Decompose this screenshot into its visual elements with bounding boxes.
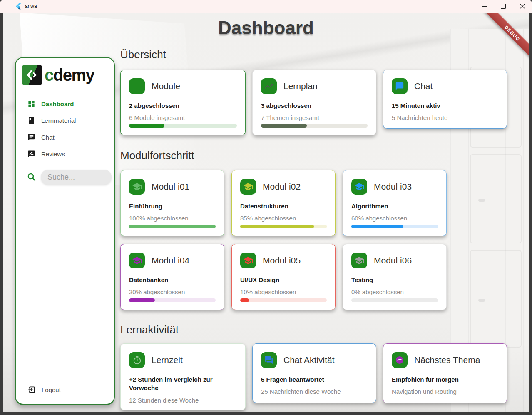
module-subtitle: Einführung [129,202,216,210]
app-content: DEBUG Dashboard cdemy [3,12,529,412]
module-card-i06[interactable]: Modul i06 Testing 0% abgeschlossen [343,244,447,310]
progress-fill [129,124,164,128]
sidebar-item-reviews[interactable]: Reviews [16,145,114,162]
module-subtitle: Datenstrukturen [240,202,327,210]
progress-track [261,124,368,128]
brand-logo: cdemy [16,58,114,85]
sidebar-item-label: Reviews [41,150,65,158]
maximize-icon [501,4,506,9]
card-title: Modul i03 [374,182,412,192]
card-stat-primary: +2 Stunden im Vergleich zur Vorwoche [129,375,237,392]
progress-fill [129,225,216,228]
progress-track [240,298,327,302]
section-heading-overview: Übersicht [120,48,166,61]
search-input[interactable] [41,170,112,185]
activity-card-chat-aktivitaet[interactable]: Chat Aktivität 5 Fragen beantwortet 25 N… [252,343,376,403]
graduation-cap-icon [240,252,256,268]
sidebar-item-dashboard[interactable]: Dashboard [16,95,114,112]
activity-cards-row: Lernzeit +2 Stunden im Vergleich zur Vor… [120,343,507,410]
module-card-i01[interactable]: Modul i01 Einführung 100% abgeschlossen [120,170,224,236]
module-card-i04[interactable]: Modul i04 Datenbanken 30% abgeschlossen [120,244,224,310]
card-title: Module [152,81,180,91]
module-subtitle: Testing [351,276,438,284]
card-stat-secondary: Navigation und Routing [392,388,498,395]
dashboard-icon [27,100,35,108]
close-icon [520,4,525,9]
close-button[interactable] [513,0,532,12]
search-icon [27,172,37,182]
card-title: Nächstes Thema [414,355,480,365]
graduation-cap-icon [351,252,367,268]
card-stat-secondary: 7 Themen insgesamt [261,114,368,121]
module-status: 60% abgeschlossen [351,215,438,222]
card-stat-secondary: 12 Stunden diese Woche [129,397,237,404]
flutter-logo-icon [15,3,22,10]
timer-icon [129,352,145,368]
chat-icon [27,133,35,141]
module-card-i05[interactable]: Modul i05 UI/UX Design 10% abgeschlossen [231,244,336,310]
progress-track [129,225,216,228]
progress-track [129,298,216,302]
card-stat-primary: 2 abgeschlossen [129,102,237,110]
next-topic-icon [392,352,408,368]
module-status: 10% abgeschlossen [240,288,327,295]
card-title: Lernzeit [152,355,183,365]
card-title: Modul i02 [263,182,301,192]
minimize-button[interactable] [475,0,494,12]
progress-track [240,225,327,228]
modules-icon [129,78,145,94]
window-title: anwa [25,3,37,9]
sidebar-item-chat[interactable]: Chat [16,129,114,145]
progress-fill [240,225,314,228]
module-card-i02[interactable]: Modul i02 Datenstrukturen 85% abgeschlos… [231,170,336,236]
forum-icon [261,352,277,368]
card-title: Chat Aktivität [283,355,335,365]
card-title: Modul i05 [263,255,301,265]
module-card-i03[interactable]: Modul i03 Algorithmen 60% abgeschlossen [343,170,447,236]
graduation-cap-icon [129,179,145,195]
progress-fill [240,298,249,302]
sidebar-item-lernmaterial[interactable]: Lernmaterial [16,112,114,129]
minimize-icon [482,6,487,7]
card-stat-primary: 15 Minuten aktiv [392,102,498,110]
card-title: Chat [414,81,433,91]
trend-icon [261,78,277,94]
progress-fill [129,298,155,302]
sidebar-item-label: Chat [41,134,55,141]
graduation-cap-icon [129,252,145,268]
card-stat-secondary: 6 Module insgesamt [129,114,237,121]
progress-fill [261,124,307,128]
app-window: anwa DEBUG Dashboard [0,0,532,415]
sidebar-item-label: Lernmaterial [41,117,76,124]
chat-bubble-icon [392,78,408,94]
logout-icon [27,385,36,394]
brand-mark-icon [22,65,42,85]
section-heading-activity: Lernaktivität [120,323,179,336]
progress-track [351,298,438,302]
overview-card-lernplan[interactable]: Lernplan 3 abgeschlossen 7 Themen insges… [252,70,376,135]
graduation-cap-icon [240,179,256,195]
card-stat-secondary: 25 Nachrichten diese Woche [261,388,368,395]
maximize-button[interactable] [494,0,513,12]
module-status: 30% abgeschlossen [129,288,216,295]
module-subtitle: Algorithmen [351,202,438,210]
overview-cards-row: Module 2 abgeschlossen 6 Module insgesam… [120,70,507,135]
module-subtitle: Datenbanken [129,276,216,284]
logout-label: Logout [42,386,61,393]
card-title: Modul i04 [152,255,189,265]
sidebar-nav: Dashboard Lernmaterial [16,95,114,162]
card-stat-primary: 3 abgeschlossen [261,102,368,110]
overview-card-chat[interactable]: Chat 15 Minuten aktiv 5 Nachrichten heut… [383,70,507,129]
sidebar-item-label: Dashboard [41,100,74,108]
module-status: 85% abgeschlossen [240,215,327,222]
overview-card-module[interactable]: Module 2 abgeschlossen 6 Module insgesam… [120,70,246,135]
progress-fill [351,225,403,228]
logout-button[interactable]: Logout [27,385,61,394]
progress-track [129,124,237,128]
activity-card-lernzeit[interactable]: Lernzeit +2 Stunden im Vergleich zur Vor… [120,343,246,410]
activity-card-naechstes-thema[interactable]: Nächstes Thema Empfohlen für morgen Navi… [383,343,507,403]
book-icon [27,117,35,125]
brand-name: cdemy [45,67,94,83]
module-status: 100% abgeschlossen [129,215,216,222]
module-subtitle: UI/UX Design [240,276,327,284]
